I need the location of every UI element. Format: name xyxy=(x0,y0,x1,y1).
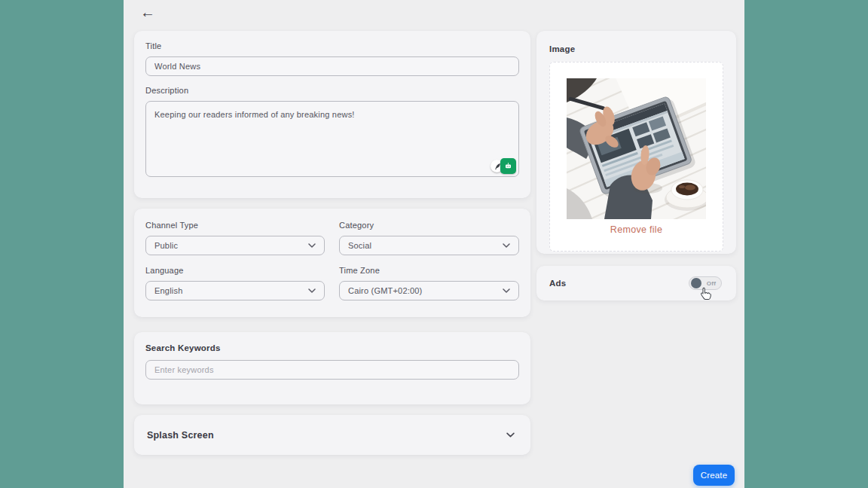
time-zone-value: Cairo (GMT+02:00) xyxy=(348,286,422,295)
uploaded-image-preview xyxy=(567,78,706,219)
title-label: Title xyxy=(145,41,519,50)
time-zone-label: Time Zone xyxy=(339,266,519,275)
search-keywords-input[interactable] xyxy=(145,360,519,380)
chevron-down-icon xyxy=(308,288,316,293)
app-window: ← Title Description Keeping our readers … xyxy=(0,0,868,488)
main-content: ← Title Description Keeping our readers … xyxy=(124,0,744,488)
language-label: Language xyxy=(145,266,325,275)
channel-type-label: Channel Type xyxy=(145,221,325,230)
right-background-panel xyxy=(744,0,868,488)
image-card: Image xyxy=(536,31,736,254)
toggle-state-label: Off xyxy=(707,280,716,287)
chevron-down-icon xyxy=(503,288,510,293)
category-label: Category xyxy=(339,221,519,230)
ads-label: Ads xyxy=(549,279,566,288)
back-arrow-icon: ← xyxy=(140,4,155,20)
time-zone-field: Time Zone Cairo (GMT+02:00) xyxy=(339,266,519,300)
quill-glyph xyxy=(494,163,501,170)
channel-type-select[interactable]: Public xyxy=(145,236,325,255)
robot-glyph xyxy=(503,161,513,171)
cursor-pointer-icon xyxy=(699,287,712,301)
splash-screen-card[interactable]: Splash Screen xyxy=(134,415,530,455)
textarea-overlay-icons xyxy=(491,158,516,174)
assistant-extension-icon[interactable] xyxy=(500,158,516,174)
basics-card: Title Description Keeping our readers in… xyxy=(134,31,530,198)
channel-type-field: Channel Type Public xyxy=(145,221,325,255)
remove-file-link[interactable]: Remove file xyxy=(610,224,662,235)
category-field: Category Social xyxy=(339,221,519,255)
description-label: Description xyxy=(145,86,519,95)
language-select[interactable]: English xyxy=(145,281,325,300)
back-button[interactable]: ← xyxy=(137,2,158,23)
category-value: Social xyxy=(348,241,371,250)
search-keywords-card: Search Keywords xyxy=(134,332,530,404)
title-input[interactable] xyxy=(145,56,519,76)
language-value: English xyxy=(154,286,182,295)
splash-screen-label: Splash Screen xyxy=(147,430,214,441)
channel-settings-card: Channel Type Public Category Social xyxy=(134,209,530,317)
image-label: Image xyxy=(549,44,575,53)
language-field: Language English xyxy=(145,266,325,300)
chevron-down-icon xyxy=(503,243,510,248)
search-keywords-label: Search Keywords xyxy=(145,343,519,352)
chevron-down-icon xyxy=(308,243,316,248)
description-textarea[interactable]: Keeping our readers informed of any brea… xyxy=(145,101,519,177)
chevron-down-icon[interactable] xyxy=(506,432,515,438)
description-field-wrap: Keeping our readers informed of any brea… xyxy=(145,101,519,177)
create-button[interactable]: Create xyxy=(693,465,735,486)
image-dropzone[interactable]: Remove file xyxy=(549,62,723,252)
channel-type-value: Public xyxy=(154,241,178,250)
time-zone-select[interactable]: Cairo (GMT+02:00) xyxy=(339,281,519,300)
left-background-panel xyxy=(0,0,124,488)
category-select[interactable]: Social xyxy=(339,236,519,255)
